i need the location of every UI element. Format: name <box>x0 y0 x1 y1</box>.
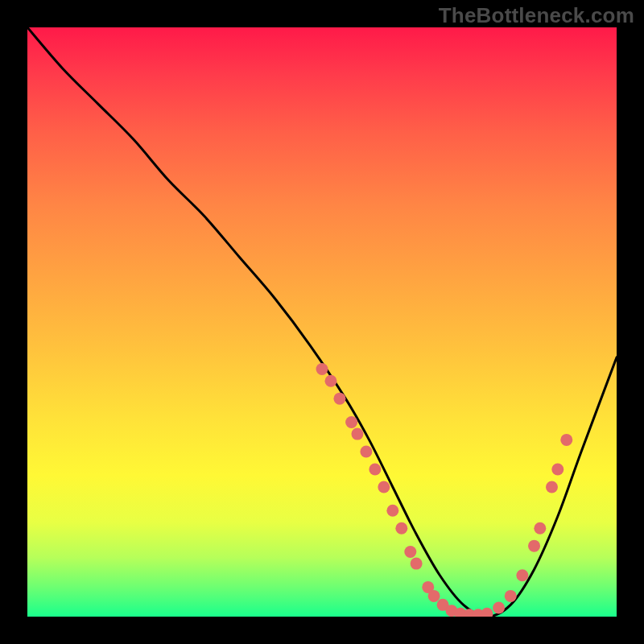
plot-area <box>27 27 617 617</box>
highlight-dot <box>560 434 572 446</box>
highlight-dots-group <box>316 363 573 617</box>
highlight-dot <box>345 416 357 428</box>
chart-frame: TheBottleneck.com <box>0 0 644 644</box>
highlight-dot <box>369 464 381 476</box>
highlight-dot <box>505 590 517 602</box>
highlight-dot <box>333 393 345 405</box>
highlight-dot <box>386 505 398 517</box>
highlight-dot <box>404 546 416 558</box>
highlight-dot <box>378 481 390 493</box>
highlight-dot <box>316 363 328 375</box>
watermark-text: TheBottleneck.com <box>439 3 634 28</box>
highlight-dot <box>528 540 540 552</box>
bottleneck-curve-path <box>27 27 617 617</box>
highlight-dot <box>481 608 493 617</box>
highlight-dot <box>428 590 440 602</box>
highlight-dot <box>395 522 407 535</box>
highlight-dot <box>516 569 528 581</box>
curve-svg <box>27 27 617 617</box>
highlight-dot <box>411 558 423 570</box>
highlight-dot <box>546 481 558 493</box>
highlight-dot <box>360 446 372 458</box>
highlight-dot <box>493 602 505 614</box>
highlight-dot <box>324 375 336 387</box>
highlight-dot <box>351 428 363 440</box>
highlight-dot <box>551 464 564 476</box>
highlight-dot <box>534 522 546 535</box>
